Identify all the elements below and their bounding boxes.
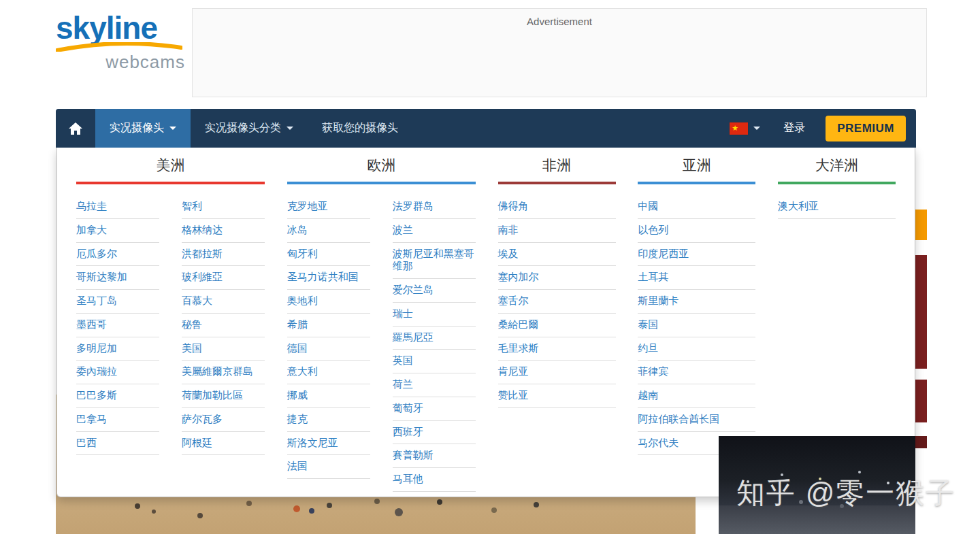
country-link[interactable]: 挪威 (287, 384, 370, 408)
country-columns: 克罗地亚冰岛匈牙利圣马力诺共和国奥地利希腊德国意大利挪威捷克斯洛文尼亚法国法罗群… (287, 195, 476, 492)
nav-get-your-cam[interactable]: 获取您的摄像头 (308, 109, 412, 148)
country-link[interactable]: 捷克 (287, 408, 370, 432)
country-link[interactable]: 意大利 (287, 361, 370, 384)
language-selector[interactable]: ★ (719, 122, 771, 135)
country-link[interactable]: 多明尼加 (76, 337, 159, 361)
country-link[interactable]: 巴巴多斯 (76, 384, 159, 408)
country-column: 佛得角南非埃及塞内加尔塞舌尔桑給巴爾毛里求斯肯尼亚赞比亚 (498, 195, 616, 408)
country-link[interactable]: 西班牙 (393, 421, 476, 445)
country-link[interactable]: 美国 (182, 337, 265, 361)
page-sliver-orange (915, 210, 927, 240)
nav-cam-categories-label: 实况摄像头分类 (205, 121, 281, 135)
country-link[interactable]: 约旦 (638, 337, 755, 361)
country-link[interactable]: 佛得角 (498, 195, 616, 219)
country-link[interactable]: 玻利維亞 (182, 266, 265, 290)
logo-skyline-text: skyline (56, 12, 185, 44)
country-link[interactable]: 阿拉伯联合酋长国 (638, 408, 755, 432)
country-link[interactable]: 乌拉圭 (76, 195, 159, 219)
country-link[interactable]: 圣马丁岛 (76, 290, 159, 314)
country-column: 克罗地亚冰岛匈牙利圣马力诺共和国奥地利希腊德国意大利挪威捷克斯洛文尼亚法国 (287, 195, 370, 492)
country-link[interactable]: 瑞士 (393, 303, 476, 327)
country-link[interactable]: 克罗地亚 (287, 195, 370, 219)
country-link[interactable]: 毛里求斯 (498, 337, 616, 361)
country-column: 法罗群岛波兰波斯尼亚和黑塞哥维那爱尔兰岛瑞士羅馬尼亞英国荷兰葡萄牙西班牙賽普勒斯… (393, 195, 476, 492)
country-link[interactable]: 智利 (182, 195, 265, 219)
country-link[interactable]: 以色列 (638, 219, 755, 243)
ad-label: Advertisement (193, 9, 926, 27)
country-link[interactable]: 法国 (287, 455, 370, 479)
country-link[interactable]: 萨尔瓦多 (182, 408, 265, 432)
continent-title[interactable]: 亚洲 (638, 156, 755, 184)
country-link[interactable]: 印度尼西亚 (638, 243, 755, 267)
country-link[interactable]: 中國 (638, 195, 755, 219)
country-link[interactable]: 匈牙利 (287, 243, 370, 267)
continent-title[interactable]: 大洋洲 (778, 156, 896, 184)
country-link[interactable]: 葡萄牙 (393, 397, 476, 421)
country-link[interactable]: 冰岛 (287, 219, 370, 243)
country-link[interactable]: 希腊 (287, 314, 370, 337)
country-link[interactable]: 格林纳达 (182, 219, 265, 243)
logo-webcams-text: webcams (56, 53, 185, 71)
country-link[interactable]: 奥地利 (287, 290, 370, 314)
country-link[interactable]: 斯洛文尼亚 (287, 432, 370, 456)
country-link[interactable]: 塞内加尔 (498, 266, 616, 290)
country-link[interactable]: 斯里蘭卡 (638, 290, 755, 314)
logo[interactable]: skyline webcams (56, 12, 185, 71)
country-link[interactable]: 阿根廷 (182, 432, 265, 456)
continent-title[interactable]: 美洲 (76, 156, 265, 184)
menu-section-2: 非洲佛得角南非埃及塞内加尔塞舌尔桑給巴爾毛里求斯肯尼亚赞比亚 (498, 156, 616, 408)
nav-cam-categories[interactable]: 实况摄像头分类 (191, 109, 308, 148)
home-icon (69, 122, 82, 135)
country-link[interactable]: 澳大利亚 (778, 195, 896, 219)
country-link[interactable]: 赞比亚 (498, 384, 616, 408)
country-link[interactable]: 越南 (638, 384, 755, 408)
country-link[interactable]: 波兰 (393, 219, 476, 243)
country-link[interactable]: 圣马力诺共和国 (287, 266, 370, 290)
country-link[interactable]: 墨西哥 (76, 314, 159, 337)
country-link[interactable]: 洪都拉斯 (182, 243, 265, 267)
country-link[interactable]: 巴西 (76, 432, 159, 456)
country-link[interactable]: 百慕大 (182, 290, 265, 314)
ad-banner[interactable]: Advertisement (192, 8, 927, 97)
country-link[interactable]: 加拿大 (76, 219, 159, 243)
country-link[interactable]: 荷蘭加勒比區 (182, 384, 265, 408)
country-link[interactable]: 巴拿马 (76, 408, 159, 432)
login-link[interactable]: 登录 (771, 121, 817, 135)
main-navbar: 实况摄像头 实况摄像头分类 获取您的摄像头 ★ 登录 PREMIUM (56, 109, 916, 148)
country-link[interactable]: 英国 (393, 350, 476, 373)
country-link[interactable]: 马耳他 (393, 468, 476, 492)
country-link[interactable]: 波斯尼亚和黑塞哥维那 (393, 243, 476, 280)
nav-live-cams[interactable]: 实况摄像头 (95, 109, 191, 148)
home-button[interactable] (56, 109, 95, 148)
country-link[interactable]: 土耳其 (638, 266, 755, 290)
china-flag-icon: ★ (730, 122, 748, 135)
premium-button[interactable]: PREMIUM (826, 116, 906, 141)
country-link[interactable]: 羅馬尼亞 (393, 327, 476, 350)
country-link[interactable]: 爱尔兰岛 (393, 279, 476, 303)
country-link[interactable]: 泰国 (638, 314, 755, 337)
continent-title[interactable]: 欧洲 (287, 156, 476, 184)
country-link[interactable]: 桑給巴爾 (498, 314, 616, 337)
country-link[interactable]: 荷兰 (393, 373, 476, 397)
country-link[interactable]: 菲律宾 (638, 361, 755, 384)
country-link[interactable]: 秘鲁 (182, 314, 265, 337)
country-columns: 乌拉圭加拿大厄瓜多尔哥斯达黎加圣马丁岛墨西哥多明尼加委內瑞拉巴巴多斯巴拿马巴西智… (76, 195, 265, 455)
caret-down-icon (753, 127, 760, 130)
caret-down-icon (287, 127, 293, 130)
country-link[interactable]: 厄瓜多尔 (76, 243, 159, 267)
country-link[interactable]: 埃及 (498, 243, 616, 267)
country-link[interactable]: 德国 (287, 337, 370, 361)
nav-get-your-cam-label: 获取您的摄像头 (322, 121, 398, 135)
navbar-right: ★ 登录 PREMIUM (719, 109, 916, 148)
page-sliver-red-top (915, 255, 927, 369)
continent-title[interactable]: 非洲 (498, 156, 616, 184)
country-link[interactable]: 塞舌尔 (498, 290, 616, 314)
country-link[interactable]: 法罗群岛 (393, 195, 476, 219)
country-link[interactable]: 賽普勒斯 (393, 444, 476, 468)
country-link[interactable]: 美屬維爾京群島 (182, 361, 265, 384)
country-link[interactable]: 委內瑞拉 (76, 361, 159, 384)
country-column: 乌拉圭加拿大厄瓜多尔哥斯达黎加圣马丁岛墨西哥多明尼加委內瑞拉巴巴多斯巴拿马巴西 (76, 195, 159, 455)
country-link[interactable]: 南非 (498, 219, 616, 243)
country-link[interactable]: 肯尼亚 (498, 361, 616, 384)
country-link[interactable]: 哥斯达黎加 (76, 266, 159, 290)
